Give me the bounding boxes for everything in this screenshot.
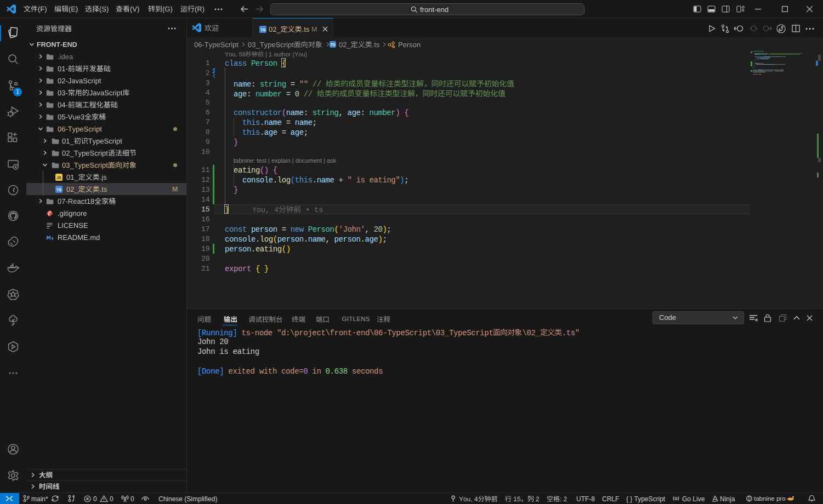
svg-text:TS: TS [56,187,61,192]
svg-text:TS: TS [260,27,265,32]
svg-text:JS: JS [56,175,61,180]
svg-text:TS: TS [331,43,336,47]
